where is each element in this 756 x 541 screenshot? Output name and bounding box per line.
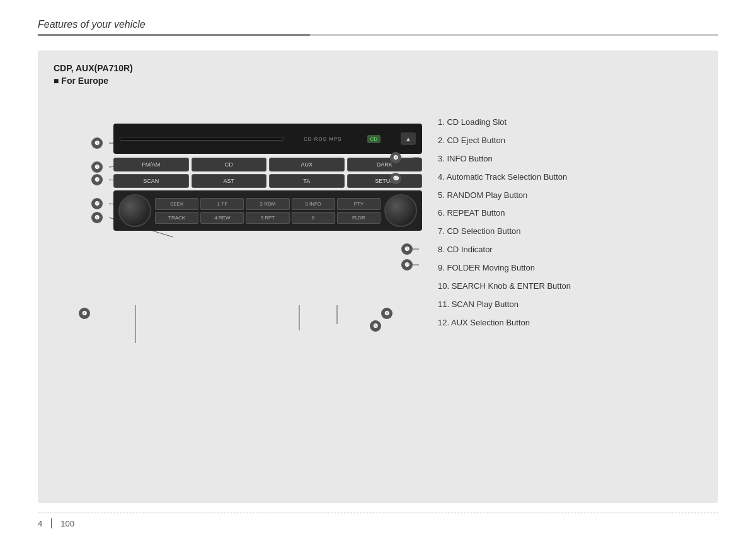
ff-button[interactable]: 1 FF — [200, 198, 244, 210]
callout-12: ⓬ — [390, 173, 401, 184]
feature-8: 8. CD Indicator — [438, 245, 702, 255]
ast-button[interactable]: AST — [192, 174, 267, 188]
rew-button[interactable]: 4 REW — [200, 212, 244, 224]
btn6-button[interactable]: 6 — [292, 212, 335, 224]
radio-unit: CD·ROS MPS CD ▲ FM/AM CD AUX DARK S — [113, 124, 422, 231]
center-buttons: SEEK 1 FF 2 RDM 3 INFO PTY TRACK 4 REW 5… — [155, 198, 381, 224]
callout-6: ❻ — [370, 320, 381, 332]
page-footer: 4 100 — [38, 513, 718, 528]
callout-2: ❷ — [91, 161, 103, 173]
page-divider — [51, 518, 52, 528]
feature-10: 10. SEARCH Knob & ENTER Button — [438, 281, 702, 292]
callout-5: ❺ — [91, 212, 103, 223]
rpt-button[interactable]: 5 RPT — [246, 212, 289, 224]
cd-logo-text: CD·ROS MPS — [304, 136, 342, 142]
feature-5: 5. RANDOM Play Button — [438, 190, 702, 201]
feature-list: 1. CD Loading Slot 2. CD Eject Button 3.… — [438, 98, 702, 336]
button-row-2: SCAN AST TA SETUP — [113, 174, 422, 188]
header-divider — [38, 34, 718, 36]
feature-9: 9. FOLDER Moving Button — [438, 263, 702, 274]
track-button[interactable]: TRACK — [155, 212, 198, 224]
fm-am-button[interactable]: FM/AM — [113, 158, 189, 172]
feature-12: 12. AUX Selection Button — [438, 318, 702, 329]
cd-logo-area: CD·ROS MPS — [304, 136, 342, 142]
feature-11: 11. SCAN Play Button — [438, 300, 702, 310]
button-row-1: FM/AM CD AUX DARK — [113, 158, 422, 172]
page-title: Features of your vehicle — [38, 19, 718, 30]
callout-10: ❿ — [401, 259, 413, 270]
callout-1: ❶ — [91, 137, 103, 149]
cd-button[interactable]: CD — [192, 158, 267, 172]
rdm-button[interactable]: 2 RDM — [246, 198, 289, 210]
callout-7: ❼ — [91, 174, 103, 185]
feature-3: 3. INFO Button — [438, 154, 702, 165]
page-header: Features of your vehicle — [38, 19, 718, 36]
feature-2: 2. CD Eject Button — [438, 136, 702, 146]
diagram-container: CD·ROS MPS CD ▲ FM/AM CD AUX DARK S — [54, 105, 419, 344]
setup-button[interactable]: SETUP — [347, 174, 423, 188]
section-subtitle: For Europe — [54, 76, 702, 86]
content-layout: CD·ROS MPS CD ▲ FM/AM CD AUX DARK S — [54, 98, 702, 344]
callout-3: ❸ — [401, 243, 413, 255]
center-btn-row-bottom: TRACK 4 REW 5 RPT 6 FLDR — [155, 212, 381, 224]
chapter-number: 4 — [38, 519, 42, 528]
cd-indicator-badge: CD — [367, 135, 381, 143]
bottom-row: SEEK 1 FF 2 RDM 3 INFO PTY TRACK 4 REW 5… — [113, 190, 422, 231]
scan-button[interactable]: SCAN — [113, 174, 189, 188]
left-knob[interactable] — [118, 194, 151, 227]
eject-button[interactable]: ▲ — [401, 132, 416, 145]
cd-slot-area: CD·ROS MPS CD ▲ — [113, 124, 422, 154]
diagram-area: CD·ROS MPS CD ▲ FM/AM CD AUX DARK S — [54, 105, 419, 344]
callout-9: ❾ — [381, 308, 392, 319]
info-button[interactable]: 3 INFO — [292, 198, 335, 210]
dark-button[interactable]: DARK — [347, 158, 423, 172]
center-btn-row-top: SEEK 1 FF 2 RDM 3 INFO PTY — [155, 198, 381, 210]
section-model: CDP, AUX(PA710R) — [54, 63, 702, 73]
cd-slot — [120, 137, 284, 141]
fldr-button[interactable]: FLDR — [337, 212, 381, 224]
feature-7: 7. CD Selection Button — [438, 226, 702, 237]
main-content: CDP, AUX(PA710R) For Europe — [38, 50, 718, 503]
feature-1: 1. CD Loading Slot — [438, 117, 702, 128]
aux-button[interactable]: AUX — [269, 158, 345, 172]
pty-button[interactable]: PTY — [337, 198, 381, 210]
feature-4: 4. Automatic Track Selection Button — [438, 172, 702, 183]
right-knob[interactable] — [384, 194, 417, 227]
callout-4: ❹ — [79, 308, 90, 319]
feature-6: 6. REPEAT Button — [438, 208, 702, 219]
page-number: 100 — [60, 519, 74, 528]
callout-11: ❿ — [91, 198, 103, 209]
callout-8: ❽ — [390, 152, 401, 163]
ta-button[interactable]: TA — [269, 174, 345, 188]
seek-button[interactable]: SEEK — [155, 198, 198, 210]
